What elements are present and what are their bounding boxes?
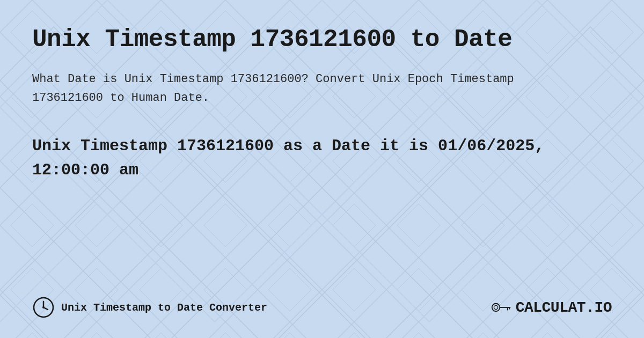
page-title: Unix Timestamp 1736121600 to Date (32, 26, 612, 54)
logo-text: CALCULAT.IO (516, 299, 612, 316)
footer: Unix Timestamp to Date Converter CALCULA… (32, 296, 612, 319)
logo: CALCULAT.IO (491, 299, 612, 316)
page-description: What Date is Unix Timestamp 1736121600? … (32, 70, 515, 107)
result-text: Unix Timestamp 1736121600 as a Date it i… (32, 134, 569, 182)
svg-point-33 (494, 305, 497, 309)
result-section: Unix Timestamp 1736121600 as a Date it i… (32, 134, 612, 182)
footer-left: Unix Timestamp to Date Converter (32, 296, 267, 319)
clock-icon (32, 296, 55, 319)
page-content: Unix Timestamp 1736121600 to Date What D… (0, 0, 644, 338)
logo-icon (491, 300, 511, 315)
footer-label: Unix Timestamp to Date Converter (61, 302, 267, 314)
svg-point-32 (492, 304, 499, 311)
svg-point-31 (42, 306, 45, 308)
